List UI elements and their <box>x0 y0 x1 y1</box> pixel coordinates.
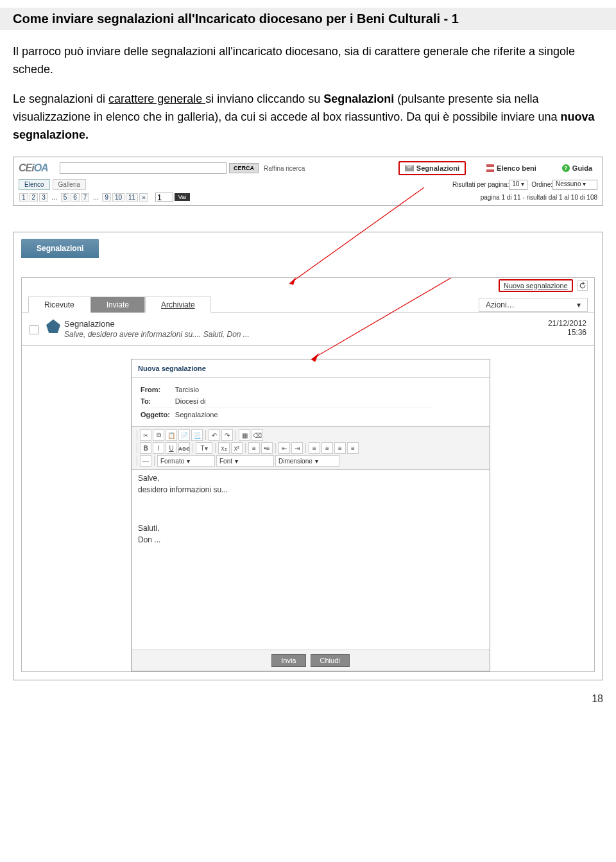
guida-button[interactable]: ? Guida <box>557 162 597 174</box>
editor-toolbar: ✂ ⧉ 📋 📄 📃 ↶ ↷ ▦ ⌫ B I U ᴀʙ <box>132 426 490 470</box>
segnalazioni-tab-header: Segnalazioni <box>21 239 99 258</box>
strike-icon[interactable]: ᴀʙᴄ <box>178 442 190 454</box>
perpage-select[interactable]: 10 ▾ <box>509 180 527 190</box>
chiudi-button[interactable]: Chiudi <box>311 654 350 667</box>
from-label: From: <box>141 384 174 395</box>
hr-icon[interactable]: — <box>140 455 151 467</box>
undo-icon[interactable]: ↶ <box>209 429 220 441</box>
goto-button[interactable]: Vai <box>175 193 190 201</box>
nuova-segnalazione-link[interactable]: Nuova segnalazione <box>499 279 573 292</box>
app-logo: CEiOA <box>19 162 57 174</box>
chevron-down-icon: ▾ <box>315 458 318 465</box>
search-button[interactable]: CERCA <box>229 163 259 173</box>
oggetto-value[interactable]: Segnalazione <box>175 408 432 420</box>
editor-body[interactable]: Salve, desidero informazioni su... Salut… <box>132 470 490 650</box>
invia-button[interactable]: Invia <box>271 654 305 667</box>
align-just-icon[interactable]: ≡ <box>347 442 359 454</box>
app-topbar-screenshot: CEiOA CERCA Raffina ricerca Segnalazioni… <box>13 157 603 206</box>
outdent-icon[interactable]: ⇤ <box>278 442 290 454</box>
oggetto-label: Oggetto: <box>141 408 174 420</box>
avatar-icon <box>46 319 60 333</box>
segnalazioni-panel-screenshot: Segnalazioni Nuova segnalazione Ricevute… <box>13 232 603 680</box>
underline-icon[interactable]: U <box>166 442 177 454</box>
align-right-icon[interactable]: ≡ <box>334 442 346 454</box>
elenco-beni-button[interactable]: Elenco beni <box>481 162 542 174</box>
tab-inviate[interactable]: Inviate <box>90 297 145 313</box>
align-center-icon[interactable]: ≡ <box>321 442 333 454</box>
goto-page-input[interactable] <box>155 193 173 202</box>
table-icon[interactable]: ▦ <box>239 429 250 441</box>
copy-icon[interactable]: ⧉ <box>153 429 164 441</box>
paste-icon[interactable]: 📋 <box>166 429 177 441</box>
cut-icon[interactable]: ✂ <box>140 429 151 441</box>
from-value: Tarcisio <box>175 384 432 395</box>
tab-elenco[interactable]: Elenco <box>19 179 50 190</box>
editor-panel: Nuova segnalazione From: Tarcisio To: Di… <box>131 359 490 671</box>
segnalazioni-button[interactable]: Segnalazioni <box>398 161 466 175</box>
editor-title: Nuova segnalazione <box>132 359 490 378</box>
para-2: Le segnalazioni di carattere generale si… <box>13 91 603 144</box>
paste-text-icon[interactable]: 📄 <box>178 429 190 441</box>
italic-icon[interactable]: I <box>153 442 164 454</box>
para-1: Il parroco può inviare delle segnalazion… <box>13 43 603 79</box>
result-info: pagina 1 di 11 - risultati dal 1 al 10 d… <box>481 194 597 201</box>
chevron-down-icon: ▾ <box>577 300 581 309</box>
page-number: 18 <box>13 693 603 705</box>
eraser-icon[interactable]: ⌫ <box>252 429 263 441</box>
ol-icon[interactable]: ≡ <box>248 442 260 454</box>
tab-galleria[interactable]: Galleria <box>53 179 86 190</box>
perpage-label: Risultati per pagina: <box>452 181 509 188</box>
mail-icon <box>405 165 414 171</box>
indent-icon[interactable]: ⇥ <box>291 442 303 454</box>
format-select[interactable]: Formato▾ <box>157 455 215 467</box>
refresh-icon[interactable] <box>578 280 588 291</box>
text-color-icon[interactable]: T▾ <box>196 442 212 454</box>
chevron-down-icon: ▾ <box>187 458 190 465</box>
redo-icon[interactable]: ↷ <box>221 429 233 441</box>
message-checkbox[interactable] <box>30 325 38 334</box>
to-value: Diocesi di <box>175 396 432 406</box>
ul-icon[interactable]: •≡ <box>261 442 273 454</box>
paste-word-icon[interactable]: 📃 <box>191 429 203 441</box>
title-bar: Come inviare segnalazioni all'Incaricato… <box>0 8 616 30</box>
message-preview: Salve, desidero avere informazioni su...… <box>64 330 548 339</box>
tab-archiviate[interactable]: Archiviate <box>145 297 211 313</box>
subscript-icon[interactable]: x₂ <box>218 442 230 454</box>
intro-paragraphs: Il parroco può inviare delle segnalazion… <box>13 43 603 144</box>
order-label: Ordine: <box>531 181 552 188</box>
font-select[interactable]: Font▾ <box>216 455 274 467</box>
message-title: Segnalazione <box>64 319 548 329</box>
help-icon: ? <box>562 164 570 172</box>
azioni-select[interactable]: Azioni…▾ <box>479 298 588 312</box>
tab-ricevute[interactable]: Ricevute <box>28 297 90 313</box>
to-label: To: <box>141 396 174 406</box>
refine-search-link[interactable]: Raffina ricerca <box>264 165 305 172</box>
message-row[interactable]: Segnalazione Salve, desidero avere infor… <box>22 313 594 346</box>
superscript-icon[interactable]: x² <box>231 442 243 454</box>
order-select[interactable]: Nessuno ▾ <box>552 180 597 190</box>
size-select[interactable]: Dimensione▾ <box>275 455 339 467</box>
list-icon <box>486 164 494 172</box>
bold-icon[interactable]: B <box>140 442 151 454</box>
search-input[interactable] <box>60 162 227 174</box>
align-left-icon[interactable]: ≡ <box>309 442 320 454</box>
message-date: 21/12/201215:36 <box>548 319 586 337</box>
pager[interactable]: 123…567…91011» <box>19 193 149 201</box>
page-title: Come inviare segnalazioni all'Incaricato… <box>0 12 616 26</box>
chevron-down-icon: ▾ <box>235 458 238 465</box>
